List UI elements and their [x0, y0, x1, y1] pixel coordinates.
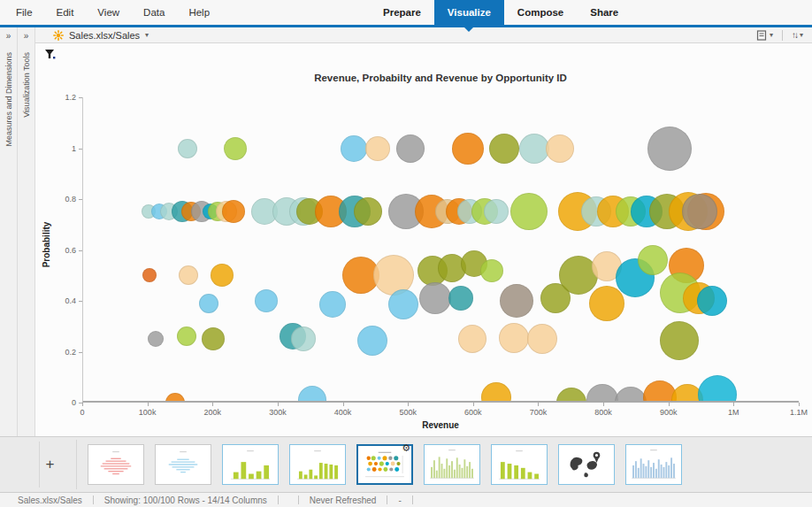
tag-cloud-blue-icon: [156, 445, 211, 484]
bubble[interactable]: [638, 245, 668, 275]
status-dataset: Sales.xlsx/Sales: [0, 495, 93, 505]
bubble[interactable]: [298, 386, 326, 403]
lumira-app: File Edit View Data Help Prepare Visuali…: [0, 0, 812, 507]
bubble[interactable]: [179, 265, 198, 285]
dense-bar-chart-icon: [425, 445, 479, 484]
x-tick-mark: [538, 403, 539, 406]
bubble[interactable]: [319, 291, 346, 318]
tab-share[interactable]: Share: [577, 0, 632, 27]
bubble[interactable]: [255, 289, 278, 312]
x-tick-label: 300k: [269, 408, 287, 417]
bubble[interactable]: [660, 321, 699, 360]
bubble[interactable]: [419, 282, 451, 314]
x-tick-mark: [343, 403, 344, 406]
bubble[interactable]: [202, 327, 225, 350]
bubble[interactable]: [489, 134, 519, 164]
bubble[interactable]: [148, 331, 164, 347]
bubble[interactable]: [396, 134, 425, 163]
bubble[interactable]: [698, 375, 737, 403]
x-tick-label: 900k: [660, 408, 678, 417]
status-row-count: Showing: 100/100 Rows - 14/14 Columns: [94, 495, 278, 505]
gear-icon[interactable]: ⚙: [402, 443, 410, 453]
expand-panel-icon[interactable]: »: [0, 31, 17, 41]
dataset-selector[interactable]: Sales.xlsx/Sales ▾: [53, 30, 149, 41]
bubble[interactable]: [224, 137, 247, 160]
bubble[interactable]: [527, 324, 557, 354]
bubble[interactable]: [199, 294, 218, 313]
thumbnail-bar-chart[interactable]: [222, 444, 279, 485]
x-tick-label: 1.1M: [790, 408, 808, 417]
bubble[interactable]: [556, 388, 586, 403]
bubble[interactable]: [341, 135, 367, 162]
chevron-down-icon: ▾: [770, 32, 773, 39]
tag-cloud-red-icon: [88, 445, 143, 484]
thumbnail-bubble-chart-selected[interactable]: ⚙: [356, 444, 413, 485]
bubble[interactable]: [388, 289, 418, 319]
bubble[interactable]: [177, 326, 196, 346]
chart-picker-button[interactable]: ▾: [756, 30, 773, 41]
x-tick-label: 400k: [334, 408, 352, 417]
bar-chart-2-icon: [290, 445, 345, 484]
menu-file[interactable]: File: [16, 7, 33, 18]
bubble[interactable]: [458, 325, 486, 353]
chart-title: Revenue, Probabilty and Revenue by Oppor…: [82, 73, 799, 83]
menu-data[interactable]: Data: [143, 7, 165, 18]
bubble[interactable]: [586, 384, 618, 403]
menu-edit[interactable]: Edit: [57, 7, 74, 18]
x-tick-label: 700k: [530, 408, 548, 417]
bubble[interactable]: [697, 286, 727, 316]
bubble[interactable]: [499, 323, 529, 353]
y-tick-mark: [79, 250, 82, 251]
expand-panel-icon[interactable]: »: [18, 31, 34, 41]
tab-visualize[interactable]: Visualize: [434, 0, 504, 27]
bubble[interactable]: [354, 197, 382, 226]
bubble[interactable]: [480, 259, 503, 282]
thumbnail-dense-bar-chart-blue[interactable]: [625, 444, 682, 485]
bubble[interactable]: [178, 139, 197, 158]
sort-button[interactable]: ↑↓ ▾: [792, 30, 803, 40]
bubble[interactable]: [291, 326, 316, 351]
filter-icon[interactable]: [44, 49, 57, 61]
bubble[interactable]: [481, 382, 511, 403]
bubble[interactable]: [142, 268, 157, 282]
bubble[interactable]: [452, 133, 484, 165]
thumbnail-dense-bar-chart[interactable]: [424, 444, 480, 485]
thumbnail-bar-chart-3[interactable]: [491, 444, 548, 485]
x-tick-label: 0: [80, 408, 84, 417]
menu-help[interactable]: Help: [188, 7, 210, 18]
bubble[interactable]: [211, 264, 234, 287]
bubble[interactable]: [448, 286, 473, 311]
x-tick-label: 200k: [204, 408, 222, 417]
panel-measures-label: Measures and Dimensions: [4, 52, 13, 147]
thumbnail-geo-map[interactable]: [558, 444, 615, 485]
bubble[interactable]: [519, 134, 549, 164]
menu-view[interactable]: View: [97, 7, 119, 18]
bubble[interactable]: [589, 286, 624, 321]
tab-prepare[interactable]: Prepare: [370, 0, 434, 27]
thumbnail-bar-chart-2[interactable]: [289, 444, 346, 485]
x-tick-mark: [278, 403, 279, 406]
thumbnail-tag-cloud-blue[interactable]: [155, 444, 211, 485]
bubble[interactable]: [615, 387, 647, 403]
bubble[interactable]: [222, 200, 245, 223]
tab-compose[interactable]: Compose: [504, 0, 577, 27]
bubble[interactable]: [357, 326, 387, 356]
menu-bar: File Edit View Data Help Prepare Visuali…: [0, 0, 812, 25]
x-tick-mark: [799, 403, 800, 406]
x-tick-label: 1M: [728, 408, 739, 417]
plot-area: [82, 97, 799, 403]
bubble[interactable]: [165, 393, 185, 403]
bubble[interactable]: [546, 134, 574, 163]
add-visualization-button[interactable]: +: [39, 442, 60, 488]
menu-items: File Edit View Data Help: [16, 0, 234, 25]
bubble[interactable]: [647, 127, 692, 171]
thumbnail-tag-cloud-red[interactable]: [88, 444, 144, 485]
bubble[interactable]: [500, 284, 533, 318]
bubble[interactable]: [484, 199, 509, 224]
bubble[interactable]: [365, 136, 390, 161]
x-tick-mark: [148, 403, 149, 406]
y-tick-label: 0: [72, 398, 76, 407]
bubble[interactable]: [510, 193, 548, 230]
x-axis-ticks: 0100k200k300k400k500k600k700k800k900k1M1…: [82, 403, 799, 419]
chevron-down-icon: ▾: [800, 32, 803, 39]
